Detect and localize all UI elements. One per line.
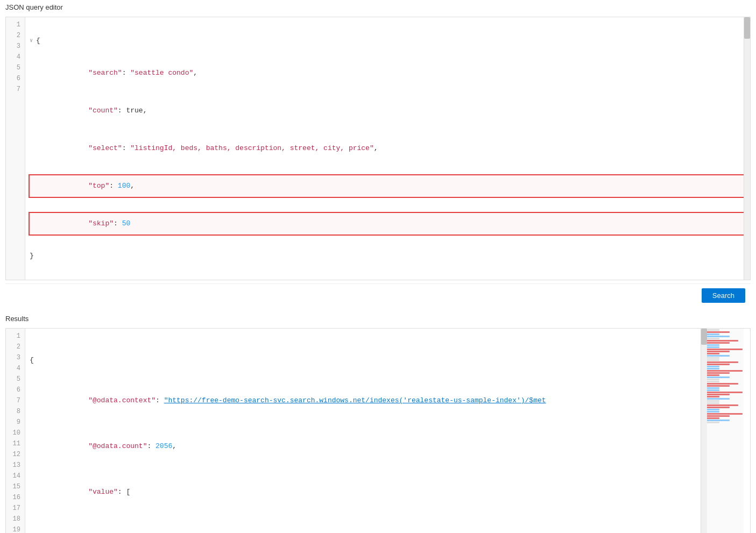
editor-code-area: 1 2 3 4 5 6 7 ∨ { "search": "seattle con… — [6, 17, 750, 280]
result-line-2: "@odata.context": "https://free-demo-sea… — [30, 390, 716, 411]
results-scrollbar[interactable] — [701, 329, 707, 533]
editor-line-3: "count": true, — [30, 100, 746, 122]
chevron-icon: ∨ — [30, 35, 36, 46]
result-line-4: "value": [ — [30, 481, 716, 503]
result-line-3: "@odata.count": 2056, — [30, 436, 716, 457]
search-button[interactable]: Search — [702, 288, 745, 303]
result-line-5: { — [30, 527, 716, 533]
editor-scrollbar-thumb[interactable] — [744, 17, 750, 39]
results-line-numbers: 1 2 3 4 5 6 7 8 9 10 11 12 13 14 15 16 1… — [6, 329, 25, 533]
editor-code-content[interactable]: ∨ { "search": "seattle condo", "count": … — [25, 17, 750, 280]
results-editor[interactable]: 1 2 3 4 5 6 7 8 9 10 11 12 13 14 15 16 1… — [5, 328, 751, 533]
editor-line-numbers: 1 2 3 4 5 6 7 — [6, 17, 25, 280]
results-scrollbar-thumb[interactable] — [701, 329, 707, 345]
editor-line-6: "skip": 50 — [30, 213, 746, 234]
editor-title: JSON query editor — [0, 0, 756, 13]
editor-line-5: "top": 100, — [30, 175, 746, 197]
editor-scrollbar[interactable] — [744, 17, 750, 280]
editor-line-1: ∨ { — [30, 35, 746, 46]
editor-line-7: } — [30, 251, 746, 261]
search-bar-row: Search — [5, 283, 751, 307]
results-code-content[interactable]: { "@odata.context": "https://free-demo-s… — [25, 329, 720, 533]
result-line-1: { — [30, 355, 716, 366]
odata-context-link[interactable]: "https://free-demo-search-svc.search.win… — [164, 395, 546, 406]
editor-line-2: "search": "seattle condo", — [30, 62, 746, 84]
editor-section: JSON query editor 1 2 3 4 5 6 7 ∨ { "sea… — [0, 0, 756, 280]
results-minimap — [701, 329, 744, 533]
results-title: Results — [0, 311, 756, 325]
json-editor[interactable]: 1 2 3 4 5 6 7 ∨ { "search": "seattle con… — [5, 17, 751, 280]
results-code-area: 1 2 3 4 5 6 7 8 9 10 11 12 13 14 15 16 1… — [6, 329, 750, 533]
editor-line-4: "select": "listingId, beds, baths, descr… — [30, 138, 746, 159]
results-section: Results 1 2 3 4 5 6 7 8 9 10 11 12 13 14… — [0, 311, 756, 533]
